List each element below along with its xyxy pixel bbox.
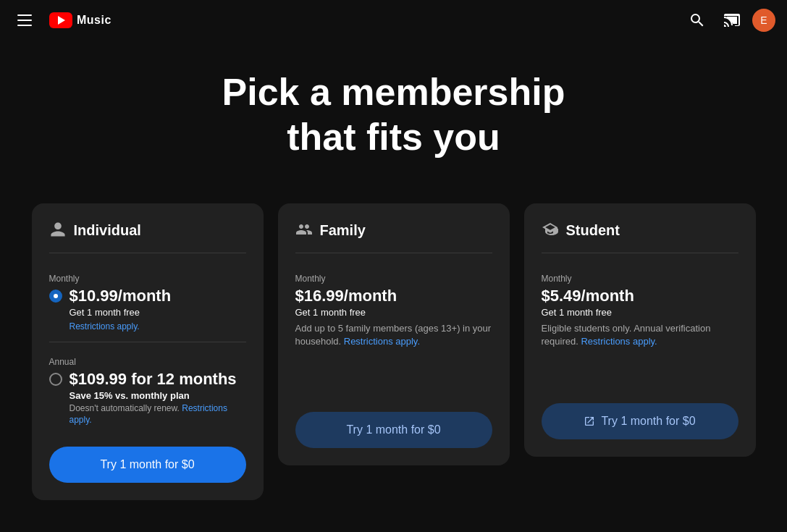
individual-plan-card: Individual Monthly $10.99/month Get 1 mo…	[32, 203, 264, 500]
family-plan-header: Family	[295, 221, 492, 241]
individual-monthly-info: $10.99/month Get 1 month free Restrictio…	[70, 287, 246, 333]
youtube-logo	[49, 12, 72, 28]
individual-annual-price: $109.99 for 12 months	[70, 370, 246, 389]
individual-annual-save: Save 15% vs. monthly plan	[70, 390, 246, 401]
header-left: Music	[12, 9, 111, 32]
student-cta-label: Try 1 month for $0	[601, 415, 695, 428]
family-plan-name: Family	[320, 222, 366, 239]
plans-container: Individual Monthly $10.99/month Get 1 mo…	[17, 203, 770, 500]
family-restrictions[interactable]: Restrictions apply.	[344, 336, 420, 347]
individual-monthly-free: Get 1 month free	[70, 307, 246, 318]
divider	[295, 253, 492, 253]
page-title: Pick a membership that fits you	[222, 69, 565, 160]
individual-annual-option[interactable]: Annual $109.99 for 12 months Save 15% vs…	[49, 348, 246, 436]
person-icon	[49, 221, 67, 241]
individual-plan-name: Individual	[74, 222, 141, 239]
family-cta-label: Try 1 month for $0	[346, 423, 440, 436]
logo-area[interactable]: Music	[49, 12, 111, 28]
divider	[542, 253, 738, 253]
student-monthly-price: $5.49/month	[542, 287, 738, 305]
student-plan-header: Student	[542, 221, 738, 241]
individual-annual-row: $109.99 for 12 months Save 15% vs. month…	[49, 370, 246, 427]
individual-monthly-restrictions[interactable]: Restrictions apply.	[70, 321, 140, 332]
family-monthly-price: $16.99/month	[295, 287, 492, 305]
menu-icon[interactable]	[12, 9, 38, 32]
header-right: E	[683, 6, 775, 35]
student-monthly-desc: Eligible students only. Annual verificat…	[542, 322, 738, 348]
search-button[interactable]	[683, 6, 712, 35]
individual-annual-label: Annual	[49, 357, 246, 367]
student-restrictions[interactable]: Restrictions apply.	[581, 336, 657, 347]
student-plan-card: Student Monthly $5.49/month Get 1 month …	[524, 203, 756, 457]
main-content: Pick a membership that fits you Individu…	[0, 41, 787, 532]
page-title-line2: that fits you	[287, 116, 500, 158]
family-icon	[295, 221, 313, 241]
individual-annual-radio[interactable]	[49, 373, 62, 386]
family-cta-button[interactable]: Try 1 month for $0	[295, 412, 492, 448]
individual-monthly-radio[interactable]	[49, 290, 62, 303]
family-monthly-option: Monthly $16.99/month Get 1 month free Ad…	[295, 265, 492, 354]
individual-monthly-desc: Restrictions apply.	[70, 321, 246, 333]
individual-cta-button[interactable]: Try 1 month for $0	[49, 447, 246, 483]
external-link-icon	[584, 415, 595, 427]
individual-monthly-option[interactable]: Monthly $10.99/month Get 1 month free Re…	[49, 265, 246, 342]
individual-annual-desc: Doesn't automatically renew. Restriction…	[70, 402, 246, 427]
cast-icon	[723, 12, 741, 29]
family-monthly-desc: Add up to 5 family members (ages 13+) in…	[295, 322, 492, 348]
student-cta-button[interactable]: Try 1 month for $0	[542, 403, 738, 439]
user-avatar[interactable]: E	[752, 9, 775, 32]
individual-annual-info: $109.99 for 12 months Save 15% vs. month…	[70, 370, 246, 427]
student-monthly-option: Monthly $5.49/month Get 1 month free Eli…	[542, 265, 738, 354]
student-plan-name: Student	[566, 222, 620, 239]
graduation-icon	[542, 221, 559, 241]
individual-monthly-row: $10.99/month Get 1 month free Restrictio…	[49, 287, 246, 333]
family-monthly-label: Monthly	[295, 274, 492, 284]
header: Music E	[0, 0, 787, 41]
student-monthly-label: Monthly	[542, 274, 738, 284]
student-monthly-free: Get 1 month free	[542, 307, 738, 318]
family-monthly-free: Get 1 month free	[295, 307, 492, 318]
family-plan-card: Family Monthly $16.99/month Get 1 month …	[278, 203, 510, 465]
app-name: Music	[77, 14, 111, 27]
search-icon	[689, 12, 706, 29]
page-title-line1: Pick a membership	[222, 71, 565, 113]
divider	[49, 253, 246, 253]
individual-monthly-label: Monthly	[49, 274, 246, 284]
individual-monthly-price: $10.99/month	[70, 287, 246, 305]
individual-plan-header: Individual	[49, 221, 246, 241]
cast-button[interactable]	[717, 6, 746, 35]
